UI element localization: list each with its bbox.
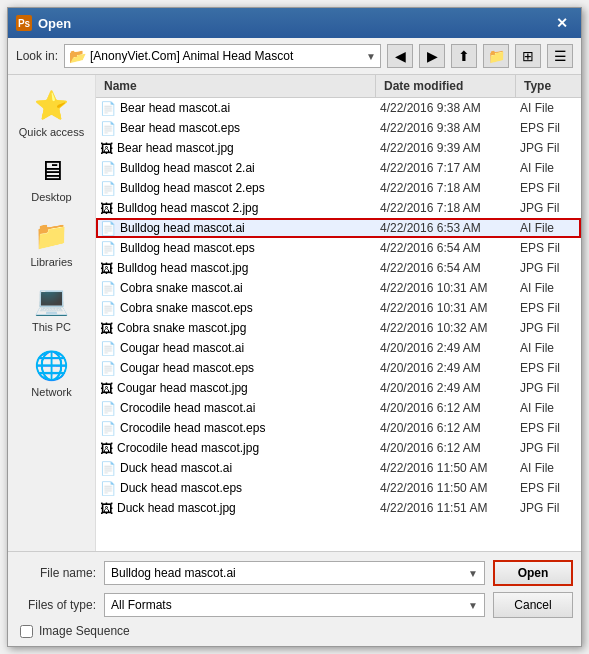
file-type-cell: JPG Fil	[516, 441, 581, 455]
file-date-cell: 4/22/2016 11:51 AM	[376, 501, 516, 515]
file-date-cell: 4/20/2016 2:49 AM	[376, 361, 516, 375]
file-name-input[interactable]: Bulldog head mascot.ai ▼	[104, 561, 485, 585]
file-date-cell: 4/22/2016 10:31 AM	[376, 301, 516, 315]
cancel-button[interactable]: Cancel	[493, 592, 573, 618]
new-folder-button[interactable]: 📁	[483, 44, 509, 68]
file-name-text: Crocodile head mascot.jpg	[117, 441, 259, 455]
table-row[interactable]: 📄Cobra snake mascot.eps4/22/2016 10:31 A…	[96, 298, 581, 318]
look-in-value: [AnonyViet.Com] Animal Head Mascot	[90, 49, 362, 63]
file-name-text: Bear head mascot.eps	[120, 121, 240, 135]
table-row[interactable]: 📄Crocodile head mascot.eps4/20/2016 6:12…	[96, 418, 581, 438]
image-sequence-checkbox[interactable]	[20, 625, 33, 638]
file-name-text: Bulldog head mascot.ai	[120, 221, 245, 235]
file-type-icon: 📄	[100, 301, 116, 316]
look-in-combo[interactable]: 📂 [AnonyViet.Com] Animal Head Mascot ▼	[64, 44, 381, 68]
file-date-cell: 4/22/2016 10:32 AM	[376, 321, 516, 335]
chevron-down-icon: ▼	[468, 568, 478, 579]
views-button[interactable]: ⊞	[515, 44, 541, 68]
look-in-label: Look in:	[16, 49, 58, 63]
file-name-cell: 📄Duck head mascot.eps	[96, 481, 376, 496]
file-type-cell: AI File	[516, 161, 581, 175]
file-date-cell: 4/22/2016 7:18 AM	[376, 181, 516, 195]
file-date-cell: 4/20/2016 6:12 AM	[376, 401, 516, 415]
file-name-text: Crocodile head mascot.eps	[120, 421, 265, 435]
file-name-cell: 📄Bulldog head mascot.ai	[96, 221, 376, 236]
file-type-cell: AI File	[516, 461, 581, 475]
table-row[interactable]: 📄Duck head mascot.eps4/22/2016 11:50 AME…	[96, 478, 581, 498]
file-list[interactable]: 📄Bear head mascot.ai4/22/2016 9:38 AMAI …	[96, 98, 581, 551]
table-row[interactable]: 📄Cougar head mascot.eps4/20/2016 2:49 AM…	[96, 358, 581, 378]
file-type-cell: EPS Fil	[516, 301, 581, 315]
table-row[interactable]: 📄Bear head mascot.eps4/22/2016 9:38 AMEP…	[96, 118, 581, 138]
file-name-cell: 🖼Cobra snake mascot.jpg	[96, 321, 376, 336]
table-row[interactable]: 🖼Crocodile head mascot.jpg4/20/2016 6:12…	[96, 438, 581, 458]
table-row[interactable]: 🖼Bulldog head mascot.jpg4/22/2016 6:54 A…	[96, 258, 581, 278]
table-row[interactable]: 📄Cougar head mascot.ai4/20/2016 2:49 AMA…	[96, 338, 581, 358]
file-type-cell: JPG Fil	[516, 501, 581, 515]
sidebar-item-desktop[interactable]: 🖥 Desktop	[12, 148, 92, 209]
table-row[interactable]: 📄Bear head mascot.ai4/22/2016 9:38 AMAI …	[96, 98, 581, 118]
file-type-cell: JPG Fil	[516, 381, 581, 395]
table-row[interactable]: 🖼Bear head mascot.jpg4/22/2016 9:39 AMJP…	[96, 138, 581, 158]
table-row[interactable]: 📄Crocodile head mascot.ai4/20/2016 6:12 …	[96, 398, 581, 418]
file-type-icon: 📄	[100, 161, 116, 176]
file-date-cell: 4/22/2016 9:38 AM	[376, 101, 516, 115]
file-type-cell: AI File	[516, 281, 581, 295]
file-name-text: Crocodile head mascot.ai	[120, 401, 255, 415]
file-type-cell: AI File	[516, 341, 581, 355]
file-date-cell: 4/22/2016 10:31 AM	[376, 281, 516, 295]
table-row[interactable]: 🖼Duck head mascot.jpg4/22/2016 11:51 AMJ…	[96, 498, 581, 518]
sidebar-item-quick-access[interactable]: ⭐ Quick access	[12, 83, 92, 144]
back-button[interactable]: ◀	[387, 44, 413, 68]
table-row[interactable]: 📄Bulldog head mascot.eps4/22/2016 6:54 A…	[96, 238, 581, 258]
column-date[interactable]: Date modified	[376, 75, 516, 97]
file-date-cell: 4/20/2016 2:49 AM	[376, 381, 516, 395]
this-pc-icon: 💻	[34, 284, 69, 317]
file-name-row: File name: Bulldog head mascot.ai ▼ Open	[16, 560, 573, 586]
file-name-cell: 📄Cobra snake mascot.eps	[96, 301, 376, 316]
files-of-type-input[interactable]: All Formats ▼	[104, 593, 485, 617]
file-date-cell: 4/20/2016 6:12 AM	[376, 421, 516, 435]
file-type-cell: EPS Fil	[516, 181, 581, 195]
file-name-text: Duck head mascot.ai	[120, 461, 232, 475]
file-name-cell: 📄Bulldog head mascot 2.eps	[96, 181, 376, 196]
libraries-icon: 📁	[34, 219, 69, 252]
table-row[interactable]: 📄Bulldog head mascot 2.eps4/22/2016 7:18…	[96, 178, 581, 198]
file-name-cell: 📄Bear head mascot.eps	[96, 121, 376, 136]
up-button[interactable]: ⬆	[451, 44, 477, 68]
file-name-value: Bulldog head mascot.ai	[111, 566, 236, 580]
sidebar-item-libraries[interactable]: 📁 Libraries	[12, 213, 92, 274]
file-date-cell: 4/22/2016 11:50 AM	[376, 461, 516, 475]
close-button[interactable]: ✕	[551, 14, 573, 32]
table-row[interactable]: 📄Cobra snake mascot.ai4/22/2016 10:31 AM…	[96, 278, 581, 298]
file-name-label: File name:	[16, 566, 96, 580]
file-name-text: Duck head mascot.jpg	[117, 501, 236, 515]
column-name[interactable]: Name	[96, 75, 376, 97]
file-name-cell: 🖼Cougar head mascot.jpg	[96, 381, 376, 396]
table-row[interactable]: 📄Bulldog head mascot 2.ai4/22/2016 7:17 …	[96, 158, 581, 178]
sidebar-item-label: Desktop	[31, 191, 71, 203]
table-row[interactable]: 📄Bulldog head mascot.ai4/22/2016 6:53 AM…	[96, 218, 581, 238]
file-type-cell: JPG Fil	[516, 261, 581, 275]
table-row[interactable]: 📄Duck head mascot.ai4/22/2016 11:50 AMAI…	[96, 458, 581, 478]
file-name-text: Bulldog head mascot.jpg	[117, 261, 248, 275]
sidebar-item-label: This PC	[32, 321, 71, 333]
table-row[interactable]: 🖼Cobra snake mascot.jpg4/22/2016 10:32 A…	[96, 318, 581, 338]
column-type[interactable]: Type	[516, 75, 581, 97]
sidebar-item-network[interactable]: 🌐 Network	[12, 343, 92, 404]
file-type-icon: 📄	[100, 221, 116, 236]
open-button[interactable]: Open	[493, 560, 573, 586]
table-row[interactable]: 🖼Bulldog head mascot 2.jpg4/22/2016 7:18…	[96, 198, 581, 218]
file-name-text: Cobra snake mascot.jpg	[117, 321, 246, 335]
sidebar-item-this-pc[interactable]: 💻 This PC	[12, 278, 92, 339]
file-type-icon: 📄	[100, 241, 116, 256]
file-date-cell: 4/22/2016 11:50 AM	[376, 481, 516, 495]
file-type-icon: 📄	[100, 281, 116, 296]
file-date-cell: 4/22/2016 6:54 AM	[376, 261, 516, 275]
details-button[interactable]: ☰	[547, 44, 573, 68]
file-name-cell: 📄Bulldog head mascot.eps	[96, 241, 376, 256]
table-row[interactable]: 🖼Cougar head mascot.jpg4/20/2016 2:49 AM…	[96, 378, 581, 398]
file-type-cell: AI File	[516, 101, 581, 115]
forward-button[interactable]: ▶	[419, 44, 445, 68]
file-type-cell: AI File	[516, 221, 581, 235]
